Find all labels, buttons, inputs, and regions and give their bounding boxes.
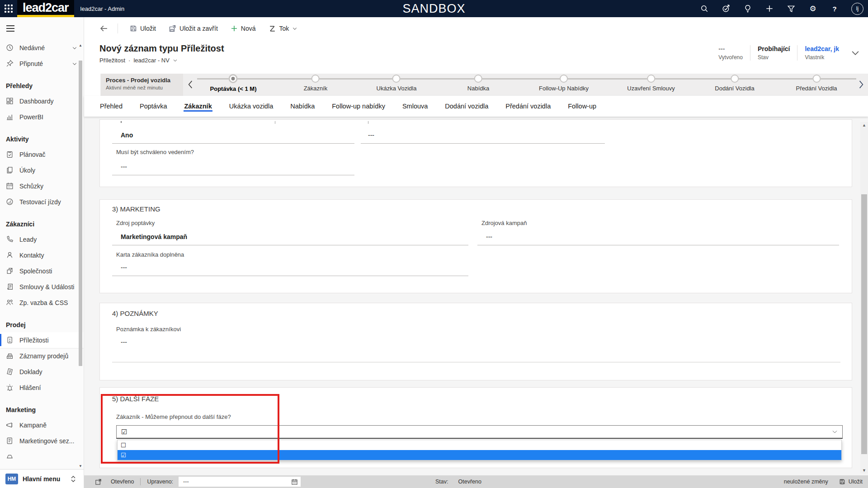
stage-dot bbox=[812, 75, 821, 83]
bpf-stage-follow-up-nabidky[interactable]: Follow-Up Nabídky bbox=[539, 74, 589, 92]
save-button[interactable]: Uložit bbox=[125, 22, 160, 35]
area-switcher-label[interactable]: Hlavní menu bbox=[23, 475, 60, 483]
stage-dot bbox=[311, 75, 320, 83]
scrollbar-thumb[interactable] bbox=[861, 194, 867, 454]
bpf-process-box[interactable]: Proces - Prodej vozidla Aktivní méně než… bbox=[101, 74, 183, 96]
dropdown-option-checked[interactable]: ☑ bbox=[118, 450, 841, 460]
sidebar-item-smlouvy-udalosti[interactable]: Smlouvy & Události bbox=[0, 279, 84, 295]
field-value[interactable]: --- bbox=[121, 163, 127, 170]
header-expand-chevron-icon[interactable] bbox=[851, 48, 860, 57]
sidebar-item-kampane[interactable]: Kampaně bbox=[0, 417, 84, 433]
field-value[interactable]: --- bbox=[368, 131, 374, 139]
owner-link[interactable]: lead2car, jk bbox=[805, 45, 839, 52]
sidebar-item-ukoly[interactable]: Úkoly bbox=[0, 162, 84, 178]
sidebar-item-zaznamy-prodeju[interactable]: Záznamy prodejů bbox=[0, 348, 84, 364]
bpf-stage-dodani-vozidla[interactable]: Dodání Vozidla bbox=[715, 74, 754, 92]
lightbulb-icon[interactable] bbox=[743, 4, 753, 14]
chevron-down-icon bbox=[173, 58, 178, 63]
content-scrollbar[interactable]: ▲ ▼ bbox=[860, 122, 868, 474]
back-button[interactable] bbox=[98, 22, 110, 35]
scroll-up-icon[interactable]: ▲ bbox=[860, 123, 868, 127]
sidebar-item-kontakty[interactable]: Kontakty bbox=[0, 247, 84, 263]
gear-icon[interactable]: ⚙ bbox=[808, 4, 818, 14]
plus-icon[interactable] bbox=[764, 4, 774, 14]
sidebar-item-schuzky[interactable]: Schůzky bbox=[0, 178, 84, 194]
tab-smlouva[interactable]: Smlouva bbox=[402, 97, 428, 115]
filter-icon[interactable] bbox=[786, 4, 796, 14]
sidebar-item-prilezitosti[interactable]: Příležitosti bbox=[0, 332, 84, 348]
combobox-dropdown: ☐ ☑ bbox=[117, 440, 842, 460]
hamburger-menu-icon[interactable] bbox=[0, 17, 84, 40]
sidebar-item-testovaci-jizdy[interactable]: Testovací jízdy bbox=[0, 194, 84, 210]
scroll-down-icon[interactable]: ▼ bbox=[78, 464, 83, 468]
tab-follow-up[interactable]: Follow-up bbox=[567, 97, 597, 115]
modified-date-field[interactable]: --- bbox=[179, 477, 301, 487]
bpf-stage-uzavreni-smlouvy[interactable]: Uzavření Smlouvy bbox=[627, 74, 675, 92]
chevron-down-icon bbox=[292, 26, 297, 31]
sidebar-footer: HM Hlavní menu bbox=[0, 469, 84, 488]
scrollbar-thumb[interactable] bbox=[79, 61, 82, 366]
sidebar-item-doklady[interactable]: Doklady bbox=[0, 364, 84, 380]
bpf-scroll-right-icon[interactable] bbox=[858, 80, 864, 89]
expand-form-icon[interactable] bbox=[95, 479, 102, 485]
dropdown-option-unchecked[interactable]: ☐ bbox=[118, 440, 841, 450]
sidebar-item-spolecnosti[interactable]: Společnosti bbox=[0, 263, 84, 279]
tab-zakaznik[interactable]: Zákazník bbox=[184, 97, 212, 115]
header-summary-fields: --- Vytvořeno Probíhající Stav lead2car,… bbox=[711, 45, 860, 61]
sidebar-scrollbar[interactable]: ▲ ▼ bbox=[78, 43, 83, 468]
user-avatar[interactable]: lj bbox=[851, 3, 863, 15]
sidebar-item-leady[interactable]: Leady bbox=[0, 231, 84, 247]
dashboard-icon bbox=[6, 97, 14, 105]
command-bar: Uložit Uložit a zavřít Nová Tok bbox=[84, 17, 868, 40]
field-value[interactable]: --- bbox=[486, 233, 492, 240]
new-button[interactable]: Nová bbox=[226, 22, 260, 35]
car-icon bbox=[6, 453, 14, 460]
sidebar-item-powerbi[interactable]: PowerBI bbox=[0, 109, 84, 125]
sidebar-item-zpetna-vazba[interactable]: Zp. vazba & CSS bbox=[0, 295, 84, 310]
sidebar-item-pinned[interactable]: Připnuté bbox=[0, 56, 84, 71]
help-icon[interactable]: ? bbox=[830, 4, 840, 14]
tab-predani-vozidla[interactable]: Předání vozidla bbox=[505, 97, 551, 115]
form-selector[interactable]: Příležitost · lead2car - NV bbox=[99, 57, 178, 64]
advanced-find-icon[interactable] bbox=[721, 4, 731, 14]
tab-poptavka[interactable]: Poptávka bbox=[139, 97, 167, 115]
waffle-icon[interactable] bbox=[0, 0, 17, 17]
statusbar-save-button[interactable]: Uložit bbox=[839, 479, 863, 485]
scroll-up-icon[interactable]: ▲ bbox=[78, 43, 83, 47]
chevron-down-icon[interactable] bbox=[72, 45, 77, 51]
next-phase-combobox[interactable]: ☑ bbox=[116, 425, 843, 439]
calendar-icon[interactable] bbox=[291, 479, 298, 485]
bpf-stage-nabidka[interactable]: Nabídka bbox=[467, 74, 489, 92]
tab-prehled[interactable]: Přehled bbox=[99, 97, 123, 115]
bpf-stage-predani-vozidla[interactable]: Předání Vozidla bbox=[796, 74, 837, 92]
sidebar-item-recent[interactable]: Nedávné bbox=[0, 40, 84, 56]
field-value[interactable]: --- bbox=[121, 338, 127, 346]
field-value[interactable]: Ano bbox=[121, 131, 133, 139]
chevron-down-icon[interactable] bbox=[72, 61, 77, 66]
field-value[interactable]: --- bbox=[121, 264, 127, 271]
area-badge[interactable]: HM bbox=[5, 474, 18, 484]
app-logo[interactable]: lead2car bbox=[17, 0, 74, 17]
section-card-poznamky: 4) POZNÁMKY Poznámka k zákazníkovi --- bbox=[99, 303, 852, 380]
search-icon[interactable] bbox=[699, 4, 709, 14]
sidebar-item-planovac[interactable]: Plánovač bbox=[0, 146, 84, 162]
bpf-stage-zakaznik[interactable]: Zákazník bbox=[304, 74, 328, 92]
sidebar-item-hlaseni[interactable]: Hlášení bbox=[0, 380, 84, 395]
bpf-stage-poptavka[interactable]: Poptávka (< 1 M) bbox=[210, 74, 257, 92]
tab-follow-up-nabidky[interactable]: Follow-up nabídky bbox=[331, 97, 386, 115]
field-value[interactable]: Marketingová kampaň bbox=[121, 233, 187, 240]
save-and-close-button[interactable]: Uložit a zavřít bbox=[164, 22, 222, 35]
bar-chart-icon bbox=[6, 113, 14, 121]
tab-dodani-vozidla[interactable]: Dodání vozidla bbox=[444, 97, 489, 115]
sidebar-item-marketingove-seznamy[interactable]: Marketingové sez... bbox=[0, 433, 84, 449]
tab-nabidka[interactable]: Nabídka bbox=[290, 97, 315, 115]
sidebar-item-partial[interactable] bbox=[0, 449, 84, 465]
area-switch-updown-icon[interactable] bbox=[70, 475, 76, 483]
tab-ukazka-vozidla[interactable]: Ukázka vozidla bbox=[229, 97, 274, 115]
scroll-down-icon[interactable]: ▼ bbox=[860, 468, 868, 473]
sidebar-item-dashboardy[interactable]: Dashboardy bbox=[0, 93, 84, 109]
flow-button[interactable]: Tok bbox=[264, 22, 302, 35]
bpf-scroll-left-icon[interactable] bbox=[187, 80, 193, 89]
people-feedback-icon bbox=[6, 299, 14, 306]
bpf-stage-ukazka-vozidla[interactable]: Ukázka Vozidla bbox=[377, 74, 417, 92]
